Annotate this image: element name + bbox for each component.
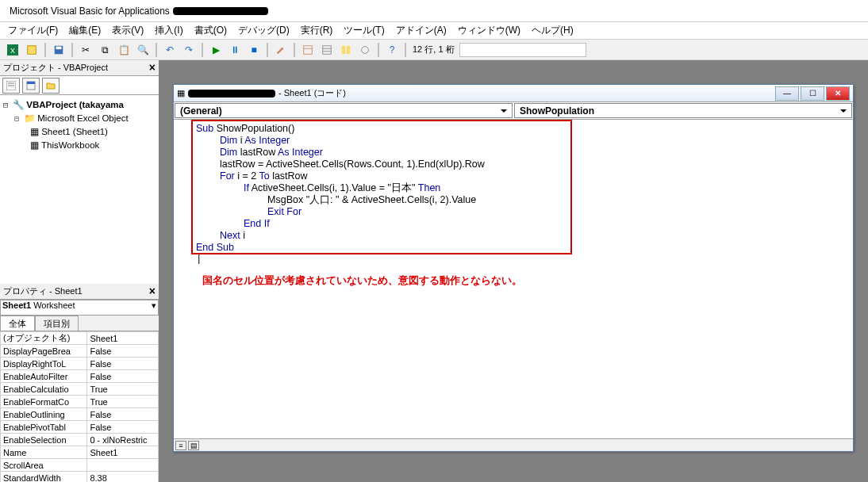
separator [294,43,295,57]
procedure-combo[interactable]: ShowPopulation [514,103,852,118]
menu-file[interactable]: ファイル(F) [8,24,58,37]
property-row[interactable]: DisplayPageBreaFalse [1,345,159,358]
cut-button[interactable]: ✂ [78,42,94,58]
help-button[interactable]: ? [384,42,400,58]
svg-rect-13 [342,45,345,54]
find-button[interactable]: 🔍 [135,42,151,58]
project-panel-title: プロジェクト - VBAProject × [0,60,159,76]
full-module-view-button[interactable]: ▤ [188,441,199,450]
maximize-button[interactable]: ☐ [801,86,824,101]
property-row[interactable]: EnableFormatCoTrue [1,396,159,408]
save-button[interactable] [51,42,67,58]
code-editor[interactable]: Sub ShowPopulation() Dim i As Integer Di… [174,120,853,438]
project-explorer-button[interactable] [300,42,316,58]
project-toolbar [0,76,159,95]
sheet-icon: ▦ [177,88,185,98]
pause-button[interactable]: ⏸ [227,42,243,58]
mdi-area: ▦ - Sheet1 (コード) — ☐ ✕ (General) ShowPop… [159,60,868,482]
properties-panel-title: プロパティ - Sheet1 × [0,284,159,300]
project-panel-label: プロジェクト - VBAProject [3,62,108,74]
separator [378,43,379,57]
toolbar: X ✂ ⧉ 📋 🔍 ↶ ↷ ▶ ⏸ ■ ? 12 行, 1 桁 [0,40,868,60]
close-button[interactable]: ✕ [826,86,850,101]
menu-insert[interactable]: 挿入(I) [155,24,182,37]
property-row[interactable]: NameSheet1 [1,446,159,459]
menubar: ファイル(F) 編集(E) 表示(V) 挿入(I) 書式(O) デバッグ(D) … [0,22,868,40]
menu-run[interactable]: 実行(R) [301,24,333,37]
stop-button[interactable]: ■ [246,42,262,58]
copy-button[interactable]: ⧉ [97,42,113,58]
property-row[interactable]: EnableOutliningFalse [1,408,159,421]
redacted [173,7,268,15]
svg-rect-7 [56,46,62,49]
cursor-position: 12 行, 1 桁 [411,44,456,55]
undo-button[interactable]: ↶ [162,42,178,58]
svg-rect-10 [323,45,332,54]
svg-text:X: X [10,46,15,54]
separator [405,43,406,57]
separator [71,43,73,57]
code-window-titlebar[interactable]: ▦ - Sheet1 (コード) — ☐ ✕ [174,85,853,102]
object-browser-button[interactable] [338,42,354,58]
properties-panel-label: プロパティ - Sheet1 [3,285,83,297]
menu-edit[interactable]: 編集(E) [69,24,101,37]
property-row[interactable]: EnableAutoFilterFalse [1,370,159,383]
menu-format[interactable]: 書式(O) [194,24,227,37]
menu-tools[interactable]: ツール(T) [344,24,384,37]
object-combo[interactable]: (General) [175,103,513,118]
objects-folder[interactable]: ⊟ 📁 Microsoft Excel Object [3,112,156,125]
app-title: Microsoft Visual Basic for Applications [10,6,170,17]
close-properties-panel[interactable]: × [149,285,156,297]
object-selector[interactable]: Sheet1 Worksheet ▾ [0,300,159,316]
menu-view[interactable]: 表示(V) [112,24,144,37]
sheet1-node[interactable]: ▦ Sheet1 (Sheet1) [3,125,156,139]
property-row[interactable]: ScrollArea [1,459,159,472]
tab-all[interactable]: 全体 [0,316,35,331]
close-project-panel[interactable]: × [149,61,156,74]
property-row[interactable]: (オブジェクト名)Sheet1 [1,332,159,345]
view-object-button[interactable] [22,78,40,94]
excel-icon[interactable]: X [5,42,21,58]
svg-rect-19 [27,82,35,84]
run-button[interactable]: ▶ [208,42,224,58]
paste-button[interactable]: 📋 [116,42,132,58]
separator [156,43,157,57]
separator [44,43,46,57]
property-row[interactable]: StandardWidth8.38 [1,472,159,483]
titlebar: V Microsoft Visual Basic for Application… [0,0,868,22]
view-code-button[interactable] [2,78,20,94]
minimize-button[interactable]: — [775,86,799,101]
position-field[interactable] [459,43,586,57]
separator [202,43,203,57]
project-root[interactable]: ⊟ 🔧 VBAProject (takayama [3,98,156,112]
code-window: ▦ - Sheet1 (コード) — ☐ ✕ (General) ShowPop… [173,84,854,452]
property-row[interactable]: DisplayRightToLFalse [1,358,159,370]
property-row[interactable]: EnableSelection0 - xlNoRestric [1,434,159,446]
property-grid[interactable]: (オブジェクト名)Sheet1DisplayPageBreaFalseDispl… [0,331,159,482]
toolbox-button[interactable] [357,42,373,58]
menu-debug[interactable]: デバッグ(D) [238,24,290,37]
code-window-title: - Sheet1 (コード) [278,87,346,99]
tab-categorized[interactable]: 項目別 [35,316,79,331]
menu-help[interactable]: ヘルプ(H) [532,24,574,37]
svg-rect-14 [347,45,350,54]
redacted [188,90,275,98]
thisworkbook-node[interactable]: ▦ ThisWorkbook [3,139,156,152]
menu-addin[interactable]: アドイン(A) [396,24,447,37]
toggle-folders-button[interactable] [42,78,60,94]
property-row[interactable]: EnableCalculatioTrue [1,383,159,396]
code-window-footer: ≡ ▤ [174,438,853,451]
property-tabs: 全体 項目別 [0,316,159,331]
redo-button[interactable]: ↷ [181,42,197,58]
svg-rect-5 [28,45,36,54]
property-row[interactable]: EnablePivotTablFalse [1,421,159,434]
procedure-view-button[interactable]: ≡ [175,441,186,450]
properties-button[interactable] [319,42,335,58]
insert-module-button[interactable] [24,42,40,58]
project-tree[interactable]: ⊟ 🔧 VBAProject (takayama ⊟ 📁 Microsoft E… [0,95,159,284]
menu-window[interactable]: ウィンドウ(W) [458,24,520,37]
source-code[interactable]: Sub ShowPopulation() Dim i As Integer Di… [196,123,485,265]
annotation-text: 国名のセル位置が考慮されていないため、意図する動作とならない。 [202,274,522,288]
design-mode-button[interactable] [273,42,289,58]
separator [267,43,268,57]
